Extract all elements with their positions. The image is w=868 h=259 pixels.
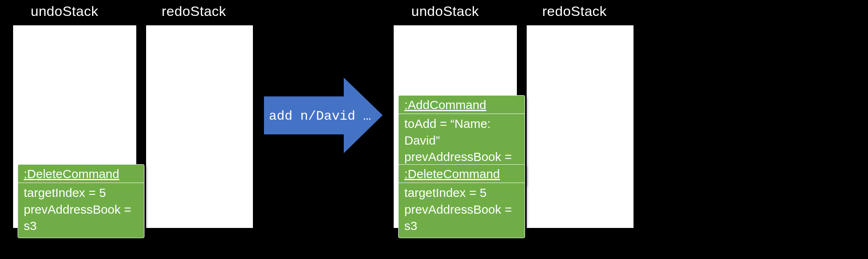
card-line: toAdd = “Name: David” — [404, 116, 519, 149]
card-title: :AddCommand — [399, 96, 525, 114]
column-right-redo — [526, 25, 634, 229]
heading-left-redo: redoStack — [162, 3, 226, 19]
card-delete-left: :DeleteCommand targetIndex = 5 prevAddre… — [18, 164, 144, 238]
card-body: targetIndex = 5 prevAddressBook = s3 — [399, 183, 525, 238]
card-delete-right: :DeleteCommand targetIndex = 5 prevAddre… — [398, 164, 525, 238]
card-line: targetIndex = 5 — [404, 185, 519, 201]
card-title: :DeleteCommand — [399, 165, 525, 183]
card-line: prevAddressBook = s3 — [404, 201, 519, 234]
card-title: :DeleteCommand — [18, 165, 144, 183]
card-line: targetIndex = 5 — [24, 185, 138, 201]
transition-arrow: add n/David … — [264, 78, 383, 153]
diagram-stage: undoStack redoStack :DeleteCommand targe… — [0, 0, 868, 259]
card-body: targetIndex = 5 prevAddressBook = s3 — [18, 183, 144, 238]
heading-left-undo: undoStack — [31, 3, 98, 19]
arrow-label: add n/David … — [269, 109, 355, 124]
heading-right-undo: undoStack — [411, 3, 479, 19]
heading-right-redo: redoStack — [542, 3, 607, 19]
card-line: prevAddressBook = s3 — [24, 201, 138, 234]
column-left-redo — [145, 25, 254, 229]
